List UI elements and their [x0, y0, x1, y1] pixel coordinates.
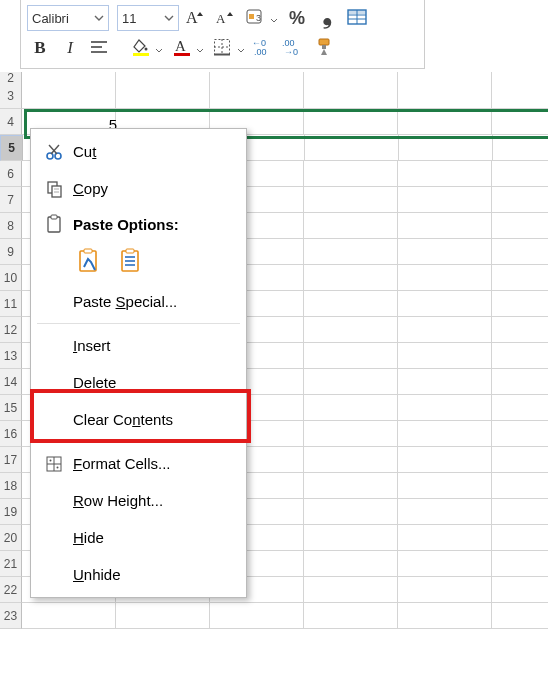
menu-item-clear-contents[interactable]: Clear Contents — [31, 401, 246, 438]
cell[interactable] — [304, 551, 398, 577]
cell[interactable] — [492, 473, 548, 499]
cell[interactable] — [304, 265, 398, 291]
menu-item-row-height[interactable]: Row Height... — [31, 482, 246, 519]
cell[interactable] — [22, 603, 116, 629]
cell[interactable] — [398, 525, 492, 551]
font-size-select[interactable]: 11 — [117, 5, 179, 31]
cell[interactable] — [492, 551, 548, 577]
cell[interactable] — [398, 603, 492, 629]
row-header[interactable]: 21 — [0, 551, 22, 577]
menu-item-cut[interactable]: Cut — [31, 133, 246, 170]
cell[interactable] — [492, 447, 548, 473]
row-header[interactable]: 22 — [0, 577, 22, 603]
menu-item-hide[interactable]: Hide — [31, 519, 246, 556]
cell[interactable] — [399, 135, 493, 161]
cell[interactable] — [398, 577, 492, 603]
cell[interactable] — [304, 239, 398, 265]
cell[interactable] — [304, 525, 398, 551]
cell[interactable] — [116, 603, 210, 629]
comma-style-button[interactable]: ❟ — [314, 5, 340, 31]
row-header[interactable]: 20 — [0, 525, 22, 551]
row-header[interactable]: 6 — [0, 161, 22, 187]
cell[interactable] — [304, 83, 398, 109]
cell[interactable] — [304, 499, 398, 525]
cell[interactable] — [492, 577, 548, 603]
cell[interactable] — [398, 551, 492, 577]
cell[interactable] — [305, 135, 399, 161]
increase-decimal-button[interactable]: ←0.00 — [251, 35, 277, 61]
cell[interactable] — [304, 161, 398, 187]
cell[interactable] — [492, 421, 548, 447]
cell[interactable] — [492, 213, 548, 239]
cell[interactable] — [492, 317, 548, 343]
cell[interactable] — [398, 291, 492, 317]
cell[interactable] — [398, 239, 492, 265]
row-header[interactable]: 13 — [0, 343, 22, 369]
row-header[interactable]: 18 — [0, 473, 22, 499]
cell[interactable] — [492, 369, 548, 395]
menu-item-format-cells[interactable]: Format Cells... — [31, 445, 246, 482]
cell[interactable] — [398, 187, 492, 213]
row-header[interactable]: 3 — [0, 83, 22, 109]
row-header[interactable]: 15 — [0, 395, 22, 421]
cell[interactable] — [304, 369, 398, 395]
cell[interactable] — [492, 499, 548, 525]
format-painter-button[interactable] — [311, 35, 337, 61]
percent-style-button[interactable]: % — [284, 5, 310, 31]
cell[interactable] — [398, 499, 492, 525]
cell[interactable] — [304, 447, 398, 473]
cell[interactable] — [304, 187, 398, 213]
row-header[interactable]: 9 — [0, 239, 22, 265]
decrease-font-button[interactable]: A — [213, 5, 239, 31]
row-header[interactable]: 14 — [0, 369, 22, 395]
cell[interactable] — [304, 603, 398, 629]
menu-item-insert[interactable]: Insert — [31, 327, 246, 364]
cell[interactable] — [22, 83, 116, 109]
cell[interactable] — [304, 343, 398, 369]
cell[interactable] — [304, 395, 398, 421]
cell[interactable] — [304, 317, 398, 343]
number-format-button[interactable]: 3 — [243, 5, 280, 31]
cell[interactable] — [492, 265, 548, 291]
cell[interactable] — [398, 395, 492, 421]
cell[interactable] — [304, 577, 398, 603]
cell[interactable] — [492, 239, 548, 265]
row-header[interactable]: 23 — [0, 603, 22, 629]
menu-item-copy[interactable]: Copy — [31, 170, 246, 207]
row-header[interactable]: 4 — [0, 109, 22, 135]
cell[interactable] — [304, 473, 398, 499]
increase-font-button[interactable]: A — [183, 5, 209, 31]
borders-button[interactable] — [210, 35, 247, 61]
cell[interactable] — [493, 135, 548, 161]
font-select[interactable]: Calibri — [27, 5, 109, 31]
cell[interactable] — [398, 317, 492, 343]
align-button[interactable] — [87, 35, 124, 61]
decrease-decimal-button[interactable]: .00→0 — [281, 35, 307, 61]
fill-color-button[interactable] — [128, 35, 165, 61]
cell[interactable] — [398, 343, 492, 369]
cell[interactable] — [304, 109, 398, 135]
cell[interactable] — [210, 83, 304, 109]
cell[interactable] — [398, 473, 492, 499]
row-header[interactable]: 8 — [0, 213, 22, 239]
paste-option-values[interactable] — [115, 245, 147, 275]
font-color-button[interactable]: A — [169, 35, 206, 61]
cell[interactable] — [304, 213, 398, 239]
row-header[interactable]: 10 — [0, 265, 22, 291]
cell[interactable] — [398, 421, 492, 447]
menu-item-delete[interactable]: Delete — [31, 364, 246, 401]
menu-item-paste-special[interactable]: Paste Special... — [31, 283, 246, 320]
cell[interactable] — [398, 83, 492, 109]
row-header[interactable]: 7 — [0, 187, 22, 213]
row-header[interactable]: 16 — [0, 421, 22, 447]
paste-option-default[interactable] — [73, 245, 105, 275]
menu-item-unhide[interactable]: Unhide — [31, 556, 246, 593]
row-header[interactable]: 19 — [0, 499, 22, 525]
row-header[interactable]: 5 — [0, 135, 23, 161]
format-as-table-button[interactable] — [344, 5, 370, 31]
cell[interactable] — [398, 369, 492, 395]
cell[interactable] — [492, 109, 548, 135]
cell[interactable] — [492, 187, 548, 213]
cell[interactable] — [492, 161, 548, 187]
cell[interactable] — [398, 161, 492, 187]
